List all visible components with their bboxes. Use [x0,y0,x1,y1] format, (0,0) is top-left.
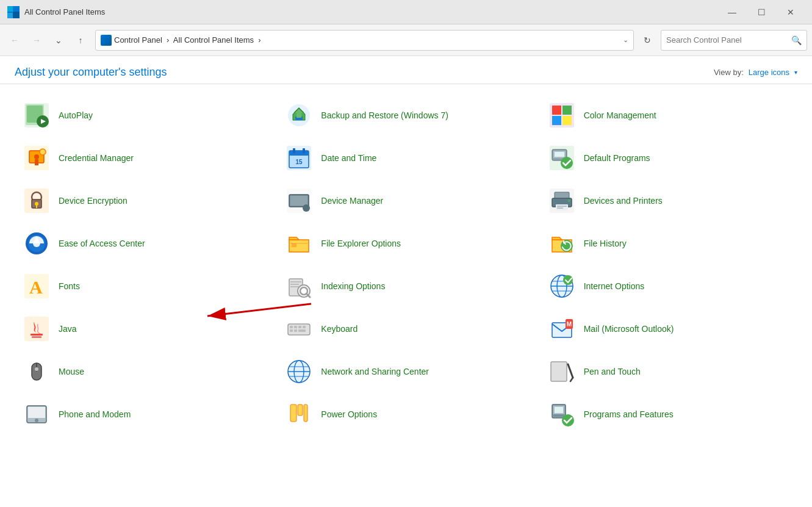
svg-rect-70 [32,336,41,338]
svg-rect-3 [14,13,20,18]
view-by-control[interactable]: View by: Large icons ▾ [714,68,797,77]
dropdown-button[interactable]: ⌄ [49,31,68,50]
svg-rect-69 [31,334,43,336]
svg-point-46 [568,200,570,202]
item-label-mail-outlook: Mail (Microsoft Outlook) [584,323,674,334]
svg-rect-57 [290,284,299,285]
item-label-file-history: File History [584,238,627,249]
item-date-time[interactable]: 15Date and Time [277,137,539,179]
main-content: Adjust your computer's settings View by:… [0,56,812,507]
item-pen-touch[interactable]: Pen and Touch [540,350,802,393]
item-icon-file-history [547,229,577,258]
item-ease-access[interactable]: Ease of Access Center [15,222,277,265]
item-devices-printers[interactable]: Devices and Printers [540,179,802,222]
item-keyboard[interactable]: Keyboard [277,307,539,350]
item-credential-manager[interactable]: Credential Manager [15,137,277,179]
svg-rect-98 [304,405,307,422]
item-icon-fonts: A [22,271,51,301]
content-header: Adjust your computer's settings View by:… [0,56,812,84]
svg-point-39 [303,204,310,212]
svg-rect-18 [35,159,38,165]
app-icon [7,6,20,18]
svg-rect-12 [562,106,572,115]
item-icon-internet-options [547,271,577,301]
svg-rect-2 [7,13,13,18]
item-label-credential-manager: Credential Manager [59,153,134,164]
back-icon: ← [10,35,19,45]
svg-rect-90 [551,362,567,381]
item-icon-mail-outlook: M [547,314,577,343]
svg-text:15: 15 [296,159,303,165]
back-button[interactable]: ← [5,31,24,50]
item-power-options[interactable]: Power Options [277,393,539,436]
svg-rect-45 [557,207,563,209]
svg-rect-44 [557,206,567,207]
item-device-encryption[interactable]: Device Encryption [15,179,277,222]
item-file-history[interactable]: File History [540,222,802,265]
item-network-sharing[interactable]: Network and Sharing Center [277,350,539,393]
item-device-manager[interactable]: Device Manager [277,179,539,222]
svg-rect-101 [553,414,564,417]
refresh-button[interactable]: ↻ [639,32,656,49]
svg-rect-78 [298,329,306,332]
dropdown-icon: ⌄ [55,35,62,45]
close-button[interactable]: ✕ [777,2,805,22]
item-label-color-management: Color Management [584,110,656,121]
address-chevron-icon[interactable]: ⌄ [623,36,628,44]
item-label-network-sharing: Network and Sharing Center [321,366,429,377]
svg-rect-77 [294,329,297,332]
nav-bar: ← → ⌄ ↑ Control Panel › All Control Pane… [0,24,812,56]
item-icon-phone-modem [22,400,51,429]
items-area[interactable]: AutoPlayBackup and Restore (Windows 7)Co… [0,84,812,507]
item-default-programs[interactable]: Default Programs [540,137,802,179]
search-input[interactable] [666,35,791,45]
item-backup-restore[interactable]: Backup and Restore (Windows 7) [277,94,539,137]
item-file-explorer-options[interactable]: File Explorer Options [277,222,539,265]
svg-rect-76 [290,329,293,332]
item-indexing-options[interactable]: Indexing Options [277,265,539,307]
item-label-java: Java [59,323,77,334]
view-by-arrow-icon[interactable]: ▾ [794,69,797,76]
item-mail-outlook[interactable]: MMail (Microsoft Outlook) [540,307,802,350]
item-java[interactable]: Java [15,307,277,350]
item-fonts[interactable]: AFonts [15,265,277,307]
item-label-programs-features: Programs and Features [584,409,674,420]
item-label-fonts: Fonts [59,281,80,292]
item-autoplay[interactable]: AutoPlay [15,94,277,137]
item-icon-mouse [22,357,51,386]
forward-icon: → [32,35,41,45]
view-by-value[interactable]: Large icons [749,68,789,77]
item-icon-devices-printers [547,186,577,215]
svg-rect-24 [303,148,305,153]
item-phone-modem[interactable]: Phone and Modem [15,393,277,436]
item-label-mouse: Mouse [59,366,84,377]
address-bar[interactable]: Control Panel › All Control Panel Items … [95,30,634,51]
forward-button[interactable]: → [27,31,46,50]
svg-rect-1 [14,6,20,12]
item-color-management[interactable]: Color Management [540,94,802,137]
item-mouse[interactable]: Mouse [15,350,277,393]
item-label-pen-touch: Pen and Touch [584,366,641,377]
search-icon: 🔍 [791,35,802,45]
item-internet-options[interactable]: Internet Options [540,265,802,307]
svg-rect-23 [293,148,295,153]
up-button[interactable]: ↑ [71,31,90,50]
item-programs-features[interactable]: Programs and Features [540,393,802,436]
svg-rect-14 [562,116,572,125]
svg-point-17 [34,154,39,159]
page-title: Adjust your computer's settings [15,66,167,79]
search-button[interactable]: 🔍 [791,35,802,45]
maximize-button[interactable]: ☐ [747,2,775,22]
item-icon-network-sharing [284,357,314,386]
minimize-button[interactable]: — [718,2,746,22]
item-label-power-options: Power Options [321,409,377,420]
svg-point-95 [35,419,38,422]
item-icon-credential-manager [22,143,51,173]
svg-rect-13 [552,116,561,125]
refresh-icon: ↻ [644,35,651,45]
search-bar[interactable]: 🔍 [661,30,807,51]
item-icon-autoplay [22,101,51,130]
svg-rect-73 [294,326,297,328]
item-label-device-manager: Device Manager [321,195,383,206]
svg-rect-56 [290,281,301,282]
